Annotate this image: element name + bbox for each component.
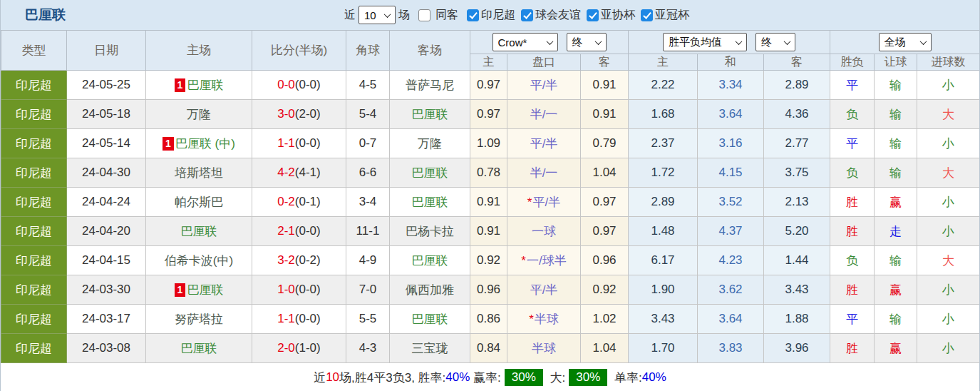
score-cell: 0-2(0-1) (252, 188, 346, 217)
col-header-type: 类型 (1, 31, 67, 71)
match-row: 印尼超24-04-24帕尔斯巴0-2(0-1)3-4巴厘联0.91*平/半0.9… (1, 188, 980, 217)
asian-line-cell: 平/半 (507, 71, 581, 100)
home-team-cell: 1巴厘联 (146, 275, 252, 305)
asian-line-text: 一/球半 (527, 254, 567, 268)
away-team-link[interactable]: 普萨马尼 (406, 78, 454, 92)
league-checkbox[interactable] (467, 9, 479, 21)
corner-cell: 4-9 (346, 246, 390, 275)
home-team-link[interactable]: 巴厘联 (187, 283, 223, 297)
home-team-link[interactable]: 巴厘联 (181, 342, 217, 355)
away-team-cell: 巴厘联 (390, 246, 470, 275)
eu-away-odds-cell: 5.20 (764, 217, 830, 246)
away-team-cell: 巴厘联 (390, 188, 470, 217)
away-team-link[interactable]: 巴杨卡拉 (406, 225, 454, 238)
league-cell: 印尼超 (1, 275, 67, 305)
match-stats-page: 巴厘联 近 10 场 同客 印尼超球会友谊亚协杯亚冠杯 类型 日期 主场 (0, 0, 980, 391)
bookmaker-select[interactable]: Crow* (492, 33, 558, 51)
away-team-link[interactable]: 巴厘联 (412, 254, 448, 268)
asian-home-odds-cell: 0.78 (470, 158, 507, 188)
halftime-score: (0-0) (295, 224, 321, 238)
result-goals-cell: 大 (917, 158, 980, 188)
league-checkbox-label: 印尼超 (481, 8, 515, 23)
eu-draw-odds-cell: 3.64 (698, 305, 764, 334)
corner-cell: 6-6 (346, 158, 390, 188)
fulltime-score: 2-0 (277, 341, 295, 355)
fulltime-score: 1-0 (277, 283, 295, 296)
home-team-link[interactable]: 万隆 (187, 108, 211, 121)
eu-home-odds-cell: 6.17 (629, 246, 698, 275)
result-wdl-cell: 负 (830, 100, 875, 129)
asian-home-odds-cell: 0.97 (470, 100, 507, 129)
same-away-label: 同客 (435, 8, 458, 23)
asian-line-cell: 平/半 (507, 275, 581, 305)
league-checkbox[interactable] (521, 9, 533, 21)
eu-draw-odds-cell: 4.37 (698, 217, 764, 246)
home-team-link[interactable]: 培斯塔坦 (175, 166, 223, 180)
summary-text: 场,胜4平3负3, 胜率: (339, 370, 445, 386)
summary-text: 单率: (611, 370, 641, 386)
result-goals-cell: 大 (917, 100, 980, 129)
league-checkbox-label: 亚冠杯 (655, 8, 689, 23)
league-checkbox[interactable] (641, 9, 653, 21)
date-cell: 24-04-24 (67, 188, 146, 217)
col-header-date: 日期 (67, 31, 146, 71)
away-team-link[interactable]: 巴厘联 (412, 166, 448, 180)
away-team-link[interactable]: 巴厘联 (412, 196, 448, 209)
live-odds-star: * (527, 196, 532, 209)
sub-header-goals: 进球数 (917, 54, 980, 71)
date-cell: 24-05-25 (67, 71, 146, 100)
date-cell: 24-04-30 (67, 158, 146, 188)
away-team-cell: 佩西加雅 (390, 275, 470, 305)
eu-away-odds-cell: 2.13 (764, 188, 830, 217)
home-team-link[interactable]: 巴厘联 (187, 78, 223, 92)
home-team-link[interactable]: 巴厘联 (181, 225, 217, 238)
recent-count-select[interactable]: 10 (359, 6, 396, 24)
halftime-score: (1-0) (295, 341, 321, 355)
home-team-cell: 巴厘联 (146, 217, 252, 246)
asian-away-odds-cell: 0.91 (581, 71, 629, 100)
home-team-link[interactable]: 帕尔斯巴 (175, 196, 223, 209)
league-checkbox-label: 亚协杯 (601, 8, 635, 23)
home-team-link[interactable]: 巴厘联 (中) (175, 137, 235, 151)
score-cell: 0-0(0-0) (252, 71, 346, 100)
europe-time-select[interactable]: 终 (755, 33, 795, 51)
result-goals-cell: 小 (917, 334, 980, 363)
result-wdl-cell: 胜 (830, 334, 875, 363)
fulltime-score: 1-1 (277, 312, 295, 325)
sub-header-eu-away: 客 (764, 54, 830, 71)
summary-text: 近 (314, 370, 326, 386)
eu-draw-odds-cell: 4.15 (698, 158, 764, 188)
result-goals-cell: 小 (917, 275, 980, 305)
result-wdl-cell: 平 (830, 129, 875, 158)
scope-select[interactable]: 全场 (879, 33, 932, 51)
match-row: 印尼超24-03-301巴厘联1-0(0-0)7-0佩西加雅0.96平/半0.9… (1, 275, 980, 305)
match-row: 印尼超24-04-15伯希卡波(中)3-2(0-2)4-9巴厘联0.92*一/球… (1, 246, 980, 275)
home-team-cell: 1巴厘联 (146, 71, 252, 100)
league-checkbox[interactable] (587, 9, 599, 21)
away-team-link[interactable]: 佩西加雅 (406, 283, 454, 297)
asian-home-odds-cell: 0.92 (470, 246, 507, 275)
score-cell: 1-1(0-0) (252, 305, 346, 334)
home-team-link[interactable]: 努萨塔拉 (175, 313, 223, 326)
home-team-cell: 万隆 (146, 100, 252, 129)
date-cell: 24-04-15 (67, 246, 146, 275)
home-team-link[interactable]: 伯希卡波(中) (165, 254, 233, 268)
eu-draw-odds-cell: 4.23 (698, 246, 764, 275)
asian-away-odds-cell: 1.04 (581, 158, 629, 188)
same-away-checkbox[interactable] (418, 9, 430, 21)
away-team-link[interactable]: 巴厘联 (412, 108, 448, 121)
away-team-link[interactable]: 巴厘联 (412, 313, 448, 326)
asian-time-select[interactable]: 终 (567, 33, 607, 51)
date-cell: 24-03-30 (67, 275, 146, 305)
eu-home-odds-cell: 1.70 (629, 334, 698, 363)
result-wdl-cell: 平 (830, 305, 875, 334)
away-team-link[interactable]: 三宝珑 (412, 342, 448, 355)
col-header-corner: 角球 (346, 31, 390, 71)
halftime-score: (0-2) (295, 253, 321, 267)
chevron-down-icon (784, 38, 791, 45)
away-team-link[interactable]: 万隆 (418, 137, 442, 151)
date-cell: 24-05-14 (67, 129, 146, 158)
europe-odds-select[interactable]: 胜平负均值 (663, 33, 747, 51)
match-row: 印尼超24-05-141巴厘联 (中)1-1(0-0)0-7万隆1.09平/半0… (1, 129, 980, 158)
asian-line-text: 平/半 (530, 283, 558, 297)
